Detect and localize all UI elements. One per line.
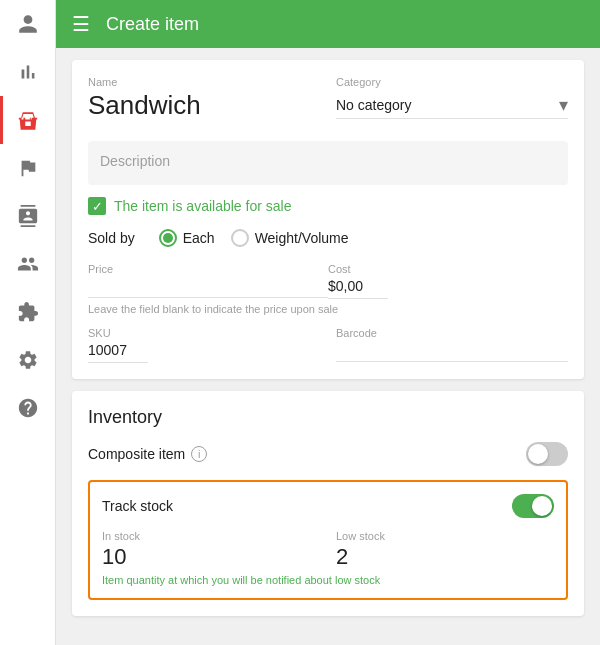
inventory-title: Inventory bbox=[88, 407, 568, 428]
item-details-card: Name Sandwich Category No category ▾ Des… bbox=[72, 60, 584, 379]
sku-barcode-row: SKU 10007 Barcode bbox=[88, 327, 568, 363]
price-hint: Leave the field blank to indicate the pr… bbox=[88, 303, 568, 315]
sold-by-weight-radio[interactable] bbox=[231, 229, 249, 247]
sidebar bbox=[0, 0, 56, 645]
header: ☰ Create item bbox=[56, 0, 600, 48]
composite-item-label-group: Composite item i bbox=[88, 446, 207, 462]
sold-by-each-radio[interactable] bbox=[159, 229, 177, 247]
barcode-section: Barcode bbox=[336, 327, 568, 363]
sku-value[interactable]: 10007 bbox=[88, 342, 148, 363]
sidebar-item-settings[interactable] bbox=[0, 336, 56, 384]
price-label: Price bbox=[88, 263, 328, 275]
composite-item-info-icon[interactable]: i bbox=[191, 446, 207, 462]
barcode-label: Barcode bbox=[336, 327, 568, 339]
composite-item-toggle[interactable] bbox=[526, 442, 568, 466]
price-section: Price bbox=[88, 263, 328, 298]
sold-by-weight-label: Weight/Volume bbox=[255, 230, 349, 246]
low-stock-hint: Item quantity at which you will be notif… bbox=[102, 574, 554, 586]
name-section: Name Sandwich bbox=[88, 76, 320, 129]
content-area: Name Sandwich Category No category ▾ Des… bbox=[56, 48, 600, 645]
name-label: Name bbox=[88, 76, 320, 88]
name-value: Sandwich bbox=[88, 90, 320, 121]
chevron-down-icon: ▾ bbox=[559, 94, 568, 116]
low-stock-section: Low stock 2 bbox=[336, 530, 554, 570]
low-stock-value[interactable]: 2 bbox=[336, 544, 554, 570]
sku-label: SKU bbox=[88, 327, 320, 339]
sidebar-item-puzzle[interactable] bbox=[0, 288, 56, 336]
available-for-sale-label: The item is available for sale bbox=[114, 198, 291, 214]
menu-icon[interactable]: ☰ bbox=[72, 12, 90, 36]
track-stock-header: Track stock bbox=[102, 494, 554, 518]
sold-by-weight-option[interactable]: Weight/Volume bbox=[231, 229, 349, 247]
track-stock-toggle[interactable] bbox=[512, 494, 554, 518]
category-text: No category bbox=[336, 97, 411, 113]
low-stock-label: Low stock bbox=[336, 530, 554, 542]
cost-section: Cost $0,00 bbox=[328, 263, 568, 299]
in-stock-label: In stock bbox=[102, 530, 320, 542]
track-stock-label: Track stock bbox=[102, 498, 173, 514]
description-field[interactable]: Description bbox=[88, 141, 568, 185]
sidebar-item-shop[interactable] bbox=[0, 96, 56, 144]
track-stock-section: Track stock In stock 10 Low stock 2 Item… bbox=[88, 480, 568, 600]
price-input[interactable] bbox=[88, 277, 328, 298]
page-title: Create item bbox=[106, 14, 199, 35]
inventory-card: Inventory Composite item i Track stock bbox=[72, 391, 584, 616]
category-label: Category bbox=[336, 76, 568, 88]
sidebar-item-help[interactable] bbox=[0, 384, 56, 432]
category-select-value[interactable]: No category ▾ bbox=[336, 94, 568, 116]
sidebar-item-chart[interactable] bbox=[0, 48, 56, 96]
sold-by-row: Sold by Each Weight/Volume bbox=[88, 229, 568, 247]
stock-row: In stock 10 Low stock 2 bbox=[102, 530, 554, 570]
sold-by-label: Sold by bbox=[88, 230, 135, 246]
main-content: ☰ Create item Name Sandwich Category No … bbox=[56, 0, 600, 645]
composite-item-label: Composite item bbox=[88, 446, 185, 462]
cost-value[interactable]: $0,00 bbox=[328, 278, 388, 299]
sold-by-each-label: Each bbox=[183, 230, 215, 246]
sku-section: SKU 10007 bbox=[88, 327, 320, 363]
price-cost-row: Price Cost $0,00 bbox=[88, 263, 568, 299]
composite-item-row: Composite item i bbox=[88, 442, 568, 466]
cost-label: Cost bbox=[328, 263, 568, 275]
in-stock-value[interactable]: 10 bbox=[102, 544, 320, 570]
category-section: Category No category ▾ bbox=[336, 76, 568, 129]
sidebar-item-people[interactable] bbox=[0, 240, 56, 288]
sidebar-item-flag[interactable] bbox=[0, 144, 56, 192]
description-placeholder: Description bbox=[100, 153, 170, 169]
sold-by-each-option[interactable]: Each bbox=[159, 229, 215, 247]
available-for-sale-checkbox[interactable]: ✓ bbox=[88, 197, 106, 215]
in-stock-section: In stock 10 bbox=[102, 530, 320, 570]
sidebar-item-contacts[interactable] bbox=[0, 192, 56, 240]
barcode-value[interactable] bbox=[336, 341, 568, 362]
available-for-sale-row: ✓ The item is available for sale bbox=[88, 197, 568, 215]
sidebar-item-user[interactable] bbox=[0, 0, 56, 48]
